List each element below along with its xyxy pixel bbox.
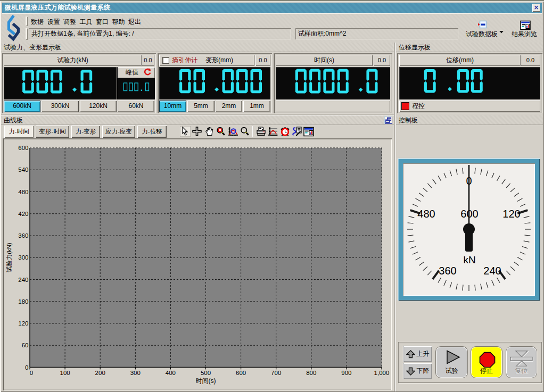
control-button-group: 上升 下降 试验 停止 复位 <box>398 342 542 383</box>
close-button[interactable]: × <box>532 4 540 12</box>
test-button[interactable]: 试验 <box>435 346 468 378</box>
menu-item-退出[interactable]: 退出 <box>127 17 142 26</box>
svg-text:700: 700 <box>271 370 281 376</box>
restore-window-icon[interactable] <box>384 116 392 124</box>
stop-button[interactable]: 停止 <box>471 346 502 378</box>
menu-item-工具[interactable]: 工具 <box>79 17 94 26</box>
force-deform-panel-caption: 试验力、变形显示板 <box>1 43 394 52</box>
deform-range-10mm[interactable]: 10mm <box>159 101 186 112</box>
zoom-rect-icon[interactable] <box>215 126 227 137</box>
test-button-label: 试验 <box>436 366 467 376</box>
deform-header: 摘引伸计 变形(mm) <box>159 55 254 66</box>
svg-text:480: 480 <box>417 208 435 220</box>
svg-text:360: 360 <box>18 232 28 239</box>
svg-text:360: 360 <box>439 265 456 277</box>
menu-item-设置[interactable]: 设置 <box>46 17 61 26</box>
force-header: 试验力(kN) <box>4 55 142 66</box>
data-board-dropdown-arrow[interactable] <box>499 28 504 30</box>
refresh-icon[interactable] <box>143 68 151 76</box>
force-range-60kN[interactable]: 60kN <box>118 101 154 112</box>
force-header-label: 试验力(kN) <box>57 56 88 64</box>
deform-range-5mm[interactable]: 5mm <box>187 101 215 112</box>
program-control-indicator[interactable] <box>401 102 409 110</box>
svg-text:120: 120 <box>18 320 28 327</box>
force-range-120kN[interactable]: 120kN <box>80 101 117 112</box>
up-button[interactable]: 上升 <box>403 346 432 362</box>
displacement-panel-title: 位移显示板 <box>399 44 431 51</box>
open-data-status-text: 共打开数据1条, 当前位置为1, 编号: / <box>31 30 134 37</box>
force-deform-panel-title: 试验力、变形显示板 <box>4 44 61 51</box>
svg-text:300: 300 <box>130 370 141 376</box>
deform-aux-value: 0.0 <box>255 55 270 66</box>
svg-text:60: 60 <box>22 342 29 348</box>
deform-lcd-display <box>159 67 270 99</box>
deform-lcd-digits <box>159 67 270 99</box>
menu-item-调整[interactable]: 调整 <box>62 17 77 26</box>
menu-item-帮助[interactable]: 帮助 <box>111 17 126 26</box>
peak-bar[interactable]: 峰值 <box>118 67 155 78</box>
gauge-face: 0120240360480600kN <box>403 163 535 296</box>
time-header: 时间(s) <box>276 55 373 66</box>
time-bottom-bar <box>276 101 390 112</box>
deform-range-2mm[interactable]: 2mm <box>216 101 242 112</box>
report-icon[interactable] <box>291 126 303 137</box>
pan-hand-icon[interactable] <box>203 126 215 137</box>
svg-text:600: 600 <box>236 370 246 376</box>
svg-text:900: 900 <box>341 370 351 376</box>
vertical-splitter[interactable] <box>394 43 396 391</box>
tab-变形-时间[interactable]: 变形-时间 <box>36 126 69 138</box>
tab-力-位移[interactable]: 力-位移 <box>137 126 167 138</box>
data-board-icon <box>477 20 487 29</box>
svg-text:时间(s): 时间(s) <box>196 377 216 385</box>
menu-gripper <box>26 16 27 26</box>
up-arrow-icon <box>406 350 415 358</box>
select-arrow-icon[interactable] <box>179 126 191 137</box>
result-window-icon[interactable] <box>303 126 315 137</box>
svg-text:1,000: 1,000 <box>374 370 390 376</box>
deform-range-1mm[interactable]: 1mm <box>243 101 270 112</box>
svg-text:400: 400 <box>166 370 176 376</box>
svg-text:480: 480 <box>18 189 28 195</box>
force-gauge: 0120240360480600kN <box>403 163 535 296</box>
deform-aux-value-text: 0.0 <box>259 57 267 63</box>
tab-力-变形[interactable]: 力-变形 <box>71 126 100 138</box>
app-window: 微机屏显液压式万能试验机测量系统 × 数据设置调整工具窗口帮助退出 共打开数据1… <box>0 1 544 392</box>
time-aux-value: 0.0 <box>374 55 390 66</box>
force-aux-value-text: 0.0 <box>144 57 152 63</box>
force-range-300kN[interactable]: 300kN <box>42 101 79 112</box>
zoom-out-icon[interactable] <box>239 126 251 137</box>
force-lcd-digits <box>4 67 117 99</box>
menu-item-数据[interactable]: 数据 <box>30 17 45 26</box>
svg-text:300: 300 <box>18 254 28 261</box>
displacement-panel-caption: 位移显示板 <box>396 43 543 52</box>
tab-应力-应变[interactable]: 应力-应变 <box>102 126 135 138</box>
test-data-board-button[interactable]: 试验数据板 <box>461 20 502 40</box>
displacement-display-group: 位移(mm) 0.0 程控 <box>397 53 542 113</box>
menu-item-窗口[interactable]: 窗口 <box>95 17 110 26</box>
specimen-area-status-text: 试样面积:0mm^2 <box>298 30 346 37</box>
peak-label: 峰值 <box>126 69 138 76</box>
curve-chart-icon[interactable] <box>267 126 279 137</box>
curve-panel-title: 曲线板 <box>4 116 23 124</box>
reset-button[interactable]: 复位 <box>506 346 537 378</box>
chart-container: 0601201802403003604204805406000100200300… <box>3 138 392 390</box>
tab-力-时间[interactable]: 力-时间 <box>4 126 34 138</box>
time-display-group: 时间(s) 0.0 <box>274 53 392 113</box>
down-button[interactable]: 下降 <box>403 363 432 379</box>
force-range-600kN[interactable]: 600kN <box>4 101 40 112</box>
svg-text:0: 0 <box>25 364 28 371</box>
app-logo-icon <box>5 14 28 41</box>
result-view-button[interactable]: 结果浏览 <box>508 20 541 40</box>
svg-text:180: 180 <box>18 298 28 305</box>
alarm-clock-icon[interactable] <box>279 126 291 137</box>
play-icon <box>446 350 460 364</box>
deform-display-group: 摘引伸计 变形(mm) 0.0 10mm5mm2mm1mm <box>158 53 272 113</box>
deform-header-label: 变形(mm) <box>205 55 233 66</box>
zoom-curve-icon[interactable] <box>227 126 239 137</box>
time-header-label: 时间(s) <box>314 56 334 64</box>
extensometer-checkbox[interactable] <box>162 57 169 64</box>
force-lcd-display: 峰值 <box>4 67 154 99</box>
down-button-label: 下降 <box>417 366 430 376</box>
crosshair-icon[interactable] <box>191 126 203 137</box>
print-icon[interactable] <box>255 126 267 137</box>
